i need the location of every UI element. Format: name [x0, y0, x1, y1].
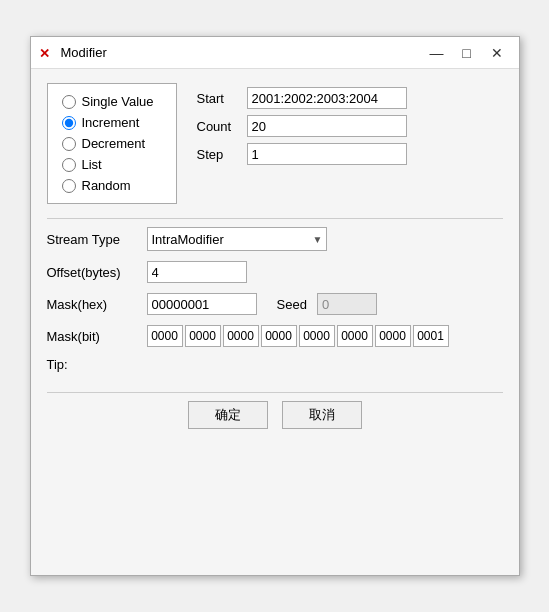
start-input[interactable]	[247, 87, 407, 109]
window-title: Modifier	[61, 45, 107, 60]
title-bar-left: ✕ Modifier	[39, 45, 107, 61]
bit-input-3[interactable]	[261, 325, 297, 347]
button-bar: 确定 取消	[47, 392, 503, 435]
radio-decrement-label: Decrement	[82, 136, 146, 151]
radio-single-value[interactable]: Single Value	[62, 94, 162, 109]
stream-type-select[interactable]: IntraModifier	[147, 227, 327, 251]
offset-row: Offset(bytes)	[47, 261, 503, 283]
radio-single-value-label: Single Value	[82, 94, 154, 109]
title-controls: — □ ✕	[423, 43, 511, 63]
tip-row: Tip:	[47, 357, 503, 372]
cancel-button[interactable]: 取消	[282, 401, 362, 429]
maximize-button[interactable]: □	[453, 43, 481, 63]
count-label: Count	[197, 119, 239, 134]
count-input[interactable]	[247, 115, 407, 137]
close-button[interactable]: ✕	[483, 43, 511, 63]
mask-hex-label: Mask(hex)	[47, 297, 137, 312]
offset-input[interactable]	[147, 261, 247, 283]
radio-decrement-input[interactable]	[62, 137, 76, 151]
fields-section: Start Count Step	[197, 83, 407, 204]
step-row: Step	[197, 143, 407, 165]
count-row: Count	[197, 115, 407, 137]
mask-hex-row: Mask(hex) Seed	[47, 293, 503, 315]
radio-list-input[interactable]	[62, 158, 76, 172]
radio-increment[interactable]: Increment	[62, 115, 162, 130]
radio-increment-input[interactable]	[62, 116, 76, 130]
radio-decrement[interactable]: Decrement	[62, 136, 162, 151]
radio-single-value-input[interactable]	[62, 95, 76, 109]
radio-random-label: Random	[82, 178, 131, 193]
radio-list[interactable]: List	[62, 157, 162, 172]
main-content: Single Value Increment Decrement List Ra…	[31, 69, 519, 447]
bit-input-1[interactable]	[185, 325, 221, 347]
radio-random-input[interactable]	[62, 179, 76, 193]
bit-input-0[interactable]	[147, 325, 183, 347]
app-icon: ✕	[39, 45, 55, 61]
mask-bit-row: Mask(bit)	[47, 325, 503, 347]
step-input[interactable]	[247, 143, 407, 165]
bit-input-5[interactable]	[337, 325, 373, 347]
confirm-button[interactable]: 确定	[188, 401, 268, 429]
radio-list-label: List	[82, 157, 102, 172]
mask-bit-label: Mask(bit)	[47, 329, 137, 344]
bit-input-2[interactable]	[223, 325, 259, 347]
stream-type-select-wrapper: IntraModifier ▼	[147, 227, 327, 251]
seed-input[interactable]	[317, 293, 377, 315]
title-bar: ✕ Modifier — □ ✕	[31, 37, 519, 69]
stream-type-label: Stream Type	[47, 232, 137, 247]
start-label: Start	[197, 91, 239, 106]
bit-input-7[interactable]	[413, 325, 449, 347]
bit-input-4[interactable]	[299, 325, 335, 347]
svg-text:✕: ✕	[39, 46, 50, 61]
radio-group: Single Value Increment Decrement List Ra…	[47, 83, 177, 204]
modifier-window: ✕ Modifier — □ ✕ Single Value Increment	[30, 36, 520, 576]
tip-label: Tip:	[47, 357, 68, 372]
stream-type-row: Stream Type IntraModifier ▼	[47, 227, 503, 251]
seed-label: Seed	[277, 297, 307, 312]
minimize-button[interactable]: —	[423, 43, 451, 63]
bit-input-6[interactable]	[375, 325, 411, 347]
step-label: Step	[197, 147, 239, 162]
mask-hex-input[interactable]	[147, 293, 257, 315]
top-section: Single Value Increment Decrement List Ra…	[47, 83, 503, 204]
start-row: Start	[197, 87, 407, 109]
bit-inputs	[147, 325, 449, 347]
separator	[47, 218, 503, 219]
offset-label: Offset(bytes)	[47, 265, 137, 280]
radio-random[interactable]: Random	[62, 178, 162, 193]
radio-increment-label: Increment	[82, 115, 140, 130]
